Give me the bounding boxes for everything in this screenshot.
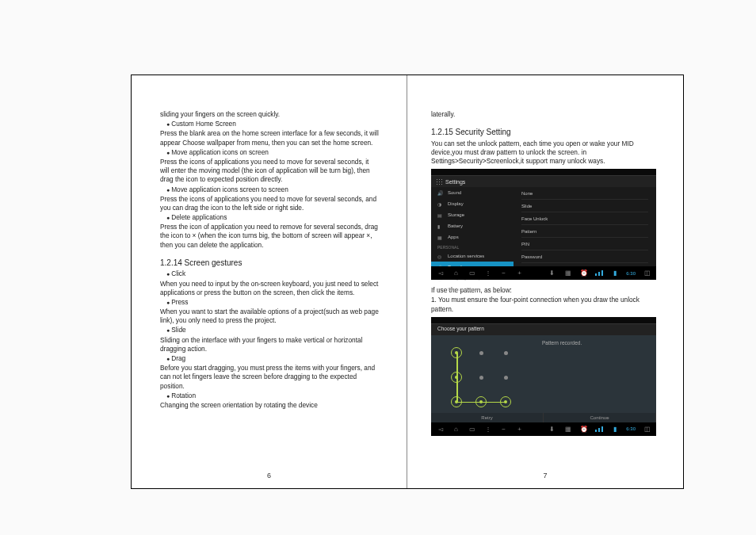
download-icon: ⬇ [548, 269, 556, 277]
bullet-slide: Slide [166, 326, 380, 334]
sidebar-row-storage[interactable]: ▤Storage [431, 209, 514, 220]
battery-icon: ▮ [437, 224, 443, 229]
alarm-icon: ⏰ [579, 269, 588, 277]
storage-icon: ▤ [437, 212, 443, 218]
sidebar-row-battery[interactable]: ▮Battery [431, 220, 514, 231]
pattern-dot-7 [451, 396, 462, 407]
pattern-dot-4 [451, 372, 462, 383]
manual-spread: sliding your fingers on the screen quick… [131, 75, 684, 489]
vol-up-icon[interactable]: + [515, 425, 524, 434]
screenshot-settings: Settings 🔊Sound ◑Display ▤Storage ▮Batte… [431, 169, 656, 280]
menu-icon[interactable]: ⋮ [483, 269, 492, 277]
vol-down-icon[interactable]: − [499, 425, 508, 434]
recent-icon[interactable]: ▭ [468, 269, 476, 277]
text: Press the icons of applications you need… [160, 158, 380, 185]
home-icon[interactable]: ⌂ [452, 425, 460, 434]
sidebar-row-sound[interactable]: 🔊Sound [431, 187, 514, 198]
heading-gestures: 1.2.14 Screen gestures [160, 258, 380, 269]
vol-up-icon[interactable]: + [515, 269, 524, 277]
pattern-dot-9 [500, 396, 511, 407]
location-icon: ◎ [437, 254, 443, 259]
pattern-dot-2 [479, 351, 483, 355]
settings-title: Settings [445, 178, 465, 185]
page-left: sliding your fingers on the screen quick… [132, 75, 407, 488]
bullet-delete-apps: Delete applications [166, 213, 380, 222]
page-number-right: 7 [407, 471, 683, 480]
pattern-button-bar: Retry Continue [431, 413, 656, 422]
pattern-dot-3 [504, 351, 508, 355]
sidebar-row-display[interactable]: ◑Display [431, 198, 514, 209]
text: Sliding on the interface with your finge… [160, 336, 380, 353]
retry-button[interactable]: Retry [431, 413, 544, 422]
settings-options: None Slide Face Unlock Pattern PIN Passw… [514, 187, 656, 266]
settings-sidebar: 🔊Sound ◑Display ▤Storage ▮Battery ▦Apps … [431, 187, 514, 266]
bullet-move-screen: Move application icons screen to screen [166, 185, 380, 194]
option-slide[interactable]: Slide [521, 200, 648, 212]
wifi-icon [595, 426, 603, 432]
sidebar-category-personal: PERSONAL [431, 243, 514, 250]
continue-button[interactable]: Continue [544, 413, 656, 422]
settings-header: Settings [431, 176, 656, 187]
apps-icon: ▦ [437, 235, 443, 240]
option-password[interactable]: Password [521, 250, 648, 263]
nav-bar: ◅ ⌂ ▭ ⋮ − + ⬇ ▦ ⏰ ▮ 6:30 ◫ [431, 266, 656, 280]
clock: 6:30 [626, 270, 636, 277]
battery-status-icon: ▮ [610, 269, 619, 277]
vol-down-icon[interactable]: − [499, 269, 508, 277]
recent-icon[interactable]: ▭ [468, 425, 476, 434]
bullet-custom-home: Custom Home Screen [166, 120, 380, 128]
text: You can set the unlock pattern, each tim… [431, 139, 656, 166]
apps-small-icon[interactable]: ◫ [643, 425, 651, 434]
apps-small-icon[interactable]: ◫ [643, 269, 651, 277]
pattern-dot-8 [475, 396, 487, 407]
menu-icon[interactable]: ⋮ [483, 425, 492, 434]
option-face[interactable]: Face Unlock [521, 212, 648, 225]
status-bar [431, 317, 656, 324]
text: Press the blank area on the home screen … [160, 129, 380, 147]
pattern-dot-6 [504, 376, 508, 380]
text: Before you start dragging, you must pres… [160, 364, 380, 391]
bullet-drag: Drag [166, 354, 380, 363]
screenshot-pattern: Choose your pattern Pattern recorded. [431, 317, 656, 436]
option-pin[interactable]: PIN [521, 238, 648, 250]
bullet-click: Click [166, 269, 380, 278]
grid-icon: ▦ [563, 269, 572, 277]
pattern-header: Choose your pattern [431, 324, 656, 335]
pattern-grid[interactable] [439, 335, 534, 422]
alarm-icon: ⏰ [579, 425, 588, 434]
status-bar [431, 169, 656, 176]
grid-icon: ▦ [563, 425, 572, 434]
sidebar-row-location[interactable]: ◎Location services [431, 250, 514, 262]
back-icon[interactable]: ◅ [436, 269, 445, 277]
display-icon: ◑ [437, 201, 443, 207]
wifi-icon [595, 270, 603, 276]
text: Changing the screen orientation by rotat… [160, 401, 380, 410]
sound-icon: 🔊 [437, 190, 443, 196]
bullet-press: Press [166, 298, 380, 307]
heading-security: 1.2.15 Security Setting [431, 127, 656, 138]
bullet-rotation: Rotation [166, 392, 380, 400]
clock: 6:30 [626, 426, 636, 432]
text: 1. You must ensure the four-point connec… [431, 296, 656, 313]
text: laterally. [431, 110, 656, 119]
download-icon: ⬇ [548, 425, 556, 434]
option-none[interactable]: None [521, 187, 648, 200]
bullet-move-icons: Move application icons on screen [166, 148, 380, 157]
text: When you need to input by the on-screen … [160, 280, 380, 297]
nav-bar: ◅ ⌂ ▭ ⋮ − + ⬇ ▦ ⏰ ▮ 6:30 ◫ [431, 422, 656, 436]
page-right: laterally. 1.2.15 Security Setting You c… [407, 75, 683, 488]
sidebar-row-backup[interactable]: ↻Backup & reset [431, 284, 514, 295]
backup-icon: ↻ [437, 287, 443, 292]
pattern-status: Pattern recorded. [542, 340, 582, 347]
pattern-title: Choose your pattern [437, 326, 484, 333]
text: Press the icon of application you need t… [160, 223, 380, 250]
option-pattern[interactable]: Pattern [521, 225, 648, 238]
page-number-left: 6 [132, 471, 407, 480]
back-icon[interactable]: ◅ [436, 425, 445, 434]
pattern-dot-5 [479, 376, 483, 380]
pattern-dot-1 [451, 347, 462, 358]
home-icon[interactable]: ⌂ [452, 269, 460, 277]
sidebar-row-apps[interactable]: ▦Apps [431, 231, 514, 243]
text: When you want to start the available opt… [160, 308, 380, 325]
text: Press the icons of applications you need… [160, 195, 380, 212]
